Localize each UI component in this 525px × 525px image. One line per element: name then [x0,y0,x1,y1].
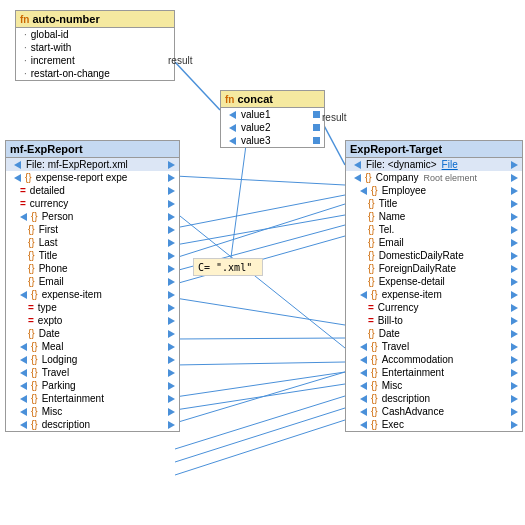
port-phone-right [168,265,175,273]
target-cash-row: {} CashAdvance [346,405,522,418]
port-file-right [168,161,175,169]
target-expdetail-row: {} Expense-detail [346,275,522,288]
mf-exp-report-title: mf-ExpReport [10,143,83,155]
xml-const-label: C= ".xml" [198,262,252,273]
port-company-right [511,174,518,182]
port-lodging-left [20,356,27,364]
port-ttitle-right [511,200,518,208]
port-parking-right [168,382,175,390]
port-tfor-right [511,265,518,273]
target-currency-row: = Currency [346,301,522,314]
target-expitem-row: {} expense-item [346,288,522,301]
exp-report-target-node[interactable]: ExpReport-Target File: <dynamic> File {}… [345,140,523,432]
target-tel-row: {} Tel. [346,223,522,236]
port-misc-left [20,408,27,416]
auto-number-node[interactable]: fn auto-number · global-id · start-with … [15,10,175,81]
mf-phone-row: {} Phone [6,262,179,275]
port-date-right [168,330,175,338]
port-person-right [168,213,175,221]
port-meal-left [20,343,27,351]
dash-icon4: · [24,68,27,79]
port-exp-left [14,174,21,182]
port-person-left [20,213,27,221]
target-exec-row: {} Exec [346,418,522,431]
auto-number-row-4: · restart-on-change [16,67,174,80]
dash-icon3: · [24,55,27,66]
mf-parking-row: {} Parking [6,379,179,392]
mf-expense-report-row: {} expense-report expe [6,171,179,184]
port-temail-right [511,239,518,247]
port-texec-left [360,421,367,429]
port-tfile-right [511,161,518,169]
port-tmisc-left [360,382,367,390]
port-tei-left [360,291,367,299]
port-left-v2 [229,124,236,132]
mf-travel-row: {} Travel [6,366,179,379]
svg-line-5 [175,215,345,245]
svg-line-13 [175,384,345,410]
result-label-1: result [168,55,192,66]
port-email-right [168,278,175,286]
svg-line-12 [175,372,345,397]
port-meal-right [168,343,175,351]
port-right-v3 [313,137,320,144]
dash-icon2: · [24,42,27,53]
port-tdom-right [511,252,518,260]
fn-icon: fn [20,14,29,25]
svg-line-10 [175,338,345,339]
target-file-row: File: <dynamic> File [346,158,522,171]
port-type-right [168,304,175,312]
mf-file-row: File: mf-ExpReport.xml [6,158,179,171]
mf-date-row: {} Date [6,327,179,340]
auto-number-row-1: · global-id [16,28,174,41]
target-misc-row: {} Misc [346,379,522,392]
port-texpd-right [511,278,518,286]
port-ei-left [20,291,27,299]
svg-line-2 [175,176,345,185]
mf-misc-row: {} Misc [6,405,179,418]
mf-desc-row: {} description [6,418,179,431]
svg-line-0 [175,62,220,110]
mf-lodging-row: {} Lodging [6,353,179,366]
port-misc-right [168,408,175,416]
canvas: fn auto-number · global-id · start-with … [0,0,525,525]
port-ent-right [168,395,175,403]
port-tfile-left [354,161,361,169]
port-travel-right [168,369,175,377]
port-tdate-right [511,330,518,338]
target-employee-row: {} Employee [346,184,522,197]
port-tent-right [511,369,518,377]
port-right-v2 [313,124,320,131]
port-tdesc-right [511,395,518,403]
port-ttrav-right [511,343,518,351]
svg-line-15 [175,396,345,449]
concat-node[interactable]: fn concat value1 value2 value3 [220,90,325,148]
port-ttel-right [511,226,518,234]
result-label-2: result [322,112,346,123]
target-domestic-row: {} DomesticDailyRate [346,249,522,262]
port-exp-right [168,174,175,182]
mf-title-row: {} Title [6,249,179,262]
port-ttrav-left [360,343,367,351]
target-accom-row: {} Accommodation [346,353,522,366]
mf-meal-row: {} Meal [6,340,179,353]
auto-number-row-3: · increment [16,54,174,67]
port-tbill-right [511,317,518,325]
port-tname-right [511,213,518,221]
exp-report-target-header: ExpReport-Target [346,141,522,158]
target-desc-row: {} description [346,392,522,405]
mf-exp-report-node[interactable]: mf-ExpReport File: mf-ExpReport.xml {} e… [5,140,180,432]
dash-icon: · [24,29,27,40]
target-billto-row: = Bill-to [346,314,522,327]
concat-title: concat [237,93,272,105]
port-currency-right [168,200,175,208]
mf-detailed-row: = detailed [6,184,179,197]
svg-line-14 [175,372,345,423]
port-expto-right [168,317,175,325]
port-desc-right [168,421,175,429]
mf-currency-row: = currency [6,197,179,210]
port-left-v1 [229,111,236,119]
port-lodging-right [168,356,175,364]
xml-const-node[interactable]: C= ".xml" [193,258,263,276]
mf-first-row: {} First [6,223,179,236]
